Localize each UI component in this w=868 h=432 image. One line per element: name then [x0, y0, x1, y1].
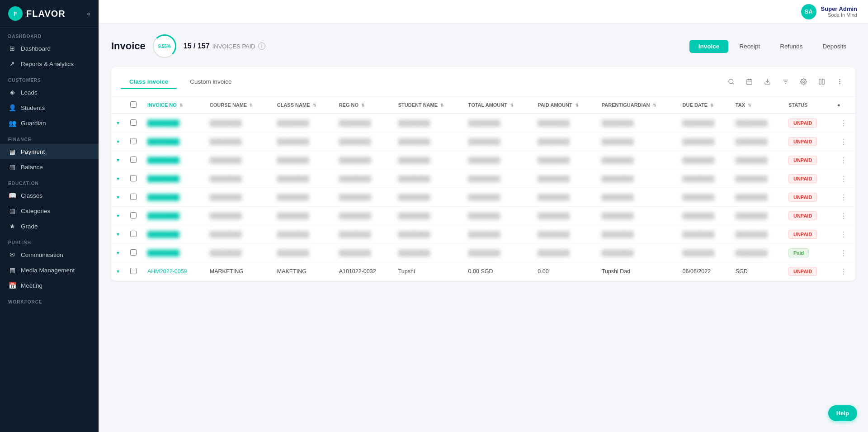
- row-checkbox[interactable]: [130, 249, 137, 256]
- th-student-name[interactable]: STUDENT NAME ⇅: [393, 97, 463, 114]
- row-expand[interactable]: ▾: [111, 262, 125, 281]
- expand-icon[interactable]: ▾: [117, 194, 119, 200]
- cell-reg-no: ████████: [334, 151, 393, 170]
- row-expand[interactable]: ▾: [111, 188, 125, 207]
- row-checkbox[interactable]: [130, 119, 137, 126]
- cell-actions: ⋮: [832, 225, 855, 244]
- sidebar-item-communication[interactable]: ✉ Communication: [0, 247, 99, 262]
- row-check[interactable]: [125, 133, 142, 151]
- row-checkbox[interactable]: [130, 138, 137, 144]
- tab-receipt[interactable]: Receipt: [730, 40, 769, 53]
- sidebar-item-guardian[interactable]: 👥 Guardian: [0, 115, 99, 131]
- row-check[interactable]: [125, 151, 142, 170]
- expand-icon[interactable]: ▾: [117, 268, 119, 275]
- svg-rect-12: [822, 79, 824, 84]
- expand-icon[interactable]: ▾: [117, 157, 119, 163]
- row-checkbox[interactable]: [130, 194, 137, 200]
- row-check[interactable]: [125, 262, 142, 281]
- tab-deposits[interactable]: Deposits: [813, 40, 855, 53]
- row-menu-button[interactable]: ⋮: [837, 230, 850, 239]
- th-tax[interactable]: TAX ⇅: [730, 97, 783, 114]
- sidebar-item-meeting[interactable]: 📅 Meeting: [0, 278, 99, 293]
- sidebar-item-label: Communication: [21, 252, 63, 258]
- tab-refunds[interactable]: Refunds: [771, 40, 811, 53]
- row-menu-button[interactable]: ⋮: [837, 156, 850, 165]
- row-expand[interactable]: ▾: [111, 170, 125, 188]
- search-icon[interactable]: [724, 75, 738, 89]
- sidebar-item-media[interactable]: ▦ Media Management: [0, 262, 99, 278]
- row-expand[interactable]: ▾: [111, 225, 125, 244]
- row-check[interactable]: [125, 170, 142, 188]
- row-expand[interactable]: ▾: [111, 114, 125, 133]
- row-menu-button[interactable]: ⋮: [837, 211, 850, 221]
- settings-icon[interactable]: [797, 75, 810, 89]
- row-checkbox[interactable]: [130, 268, 137, 274]
- sidebar-item-leads[interactable]: ◈ Leads: [0, 85, 99, 100]
- row-menu-button[interactable]: ⋮: [837, 267, 850, 276]
- more-icon[interactable]: [833, 75, 846, 89]
- row-menu-button[interactable]: ⋮: [837, 137, 850, 147]
- row-expand[interactable]: ▾: [111, 207, 125, 225]
- sidebar-item-label: Categories: [21, 208, 50, 214]
- sidebar-item-categories[interactable]: ▦ Categories: [0, 203, 99, 218]
- row-check[interactable]: [125, 207, 142, 225]
- expand-icon[interactable]: ▾: [117, 120, 119, 126]
- row-checkbox[interactable]: [130, 231, 137, 237]
- sidebar-collapse-button[interactable]: «: [87, 10, 90, 17]
- th-parent-guardian[interactable]: PARENT/GUARDIAN ⇅: [596, 97, 677, 114]
- cell-status: UNPAID: [783, 170, 832, 188]
- row-checkbox[interactable]: [130, 157, 137, 163]
- row-check[interactable]: [125, 244, 142, 262]
- sidebar-item-balance[interactable]: ▦ Balance: [0, 159, 99, 175]
- calendar-icon[interactable]: [742, 75, 756, 89]
- tab-invoice[interactable]: Invoice: [689, 40, 729, 53]
- expand-icon[interactable]: ▾: [117, 176, 119, 182]
- export-icon[interactable]: [760, 75, 774, 89]
- row-menu-button[interactable]: ⋮: [837, 174, 850, 184]
- select-all-checkbox[interactable]: [130, 101, 137, 108]
- sidebar-item-reports[interactable]: ↗ Reports & Analytics: [0, 56, 99, 71]
- sidebar-item-students[interactable]: 👤 Students: [0, 100, 99, 115]
- row-check[interactable]: [125, 114, 142, 133]
- user-name: Super Admin: [821, 5, 857, 12]
- row-check[interactable]: [125, 225, 142, 244]
- info-icon[interactable]: i: [258, 43, 265, 50]
- row-expand[interactable]: ▾: [111, 244, 125, 262]
- th-total-amount[interactable]: TOTAL AMOUNT ⇅: [463, 97, 533, 114]
- th-paid-amount[interactable]: PAID AMOUNT ⇅: [532, 97, 596, 114]
- th-class-name[interactable]: CLASS NAME ⇅: [272, 97, 334, 114]
- sidebar-item-label: Leads: [21, 89, 38, 96]
- row-menu-button[interactable]: ⋮: [837, 119, 850, 128]
- filter-icon[interactable]: [778, 75, 792, 89]
- cell-student-name: Tupshi: [393, 262, 463, 281]
- sidebar-item-classes[interactable]: 📖 Classes: [0, 188, 99, 203]
- row-menu-button[interactable]: ⋮: [837, 193, 850, 202]
- row-checkbox[interactable]: [130, 212, 137, 218]
- sidebar-item-grade[interactable]: ★ Grade: [0, 218, 99, 234]
- sidebar-item-payment[interactable]: ▦ Payment: [0, 144, 99, 159]
- help-button[interactable]: Help: [828, 405, 857, 421]
- cell-actions: ⋮: [832, 188, 855, 207]
- th-course-name[interactable]: COURSE NAME ⇅: [204, 97, 272, 114]
- svg-rect-11: [819, 79, 821, 84]
- sub-tab-custom-invoice[interactable]: Custom invoice: [181, 74, 241, 89]
- th-due-date[interactable]: DUE DATE ⇅: [677, 97, 730, 114]
- sub-tab-class-invoice[interactable]: Class invoice: [120, 74, 177, 89]
- columns-icon[interactable]: [815, 75, 828, 89]
- sidebar-item-dashboard[interactable]: ⊞ Dashboard: [0, 41, 99, 56]
- row-checkbox[interactable]: [130, 175, 137, 181]
- expand-icon[interactable]: ▾: [117, 213, 119, 219]
- expand-icon[interactable]: ▾: [117, 231, 119, 237]
- th-reg-no[interactable]: REG NO ⇅: [334, 97, 393, 114]
- cell-tax: ████████: [730, 151, 783, 170]
- row-expand[interactable]: ▾: [111, 133, 125, 151]
- expand-icon[interactable]: ▾: [117, 138, 119, 145]
- row-menu-button[interactable]: ⋮: [837, 248, 850, 258]
- row-expand[interactable]: ▾: [111, 151, 125, 170]
- row-check[interactable]: [125, 188, 142, 207]
- cell-reg-no: ████████: [334, 170, 393, 188]
- expand-icon[interactable]: ▾: [117, 250, 119, 256]
- th-invoice-no[interactable]: INVOICE NO ⇅: [142, 97, 204, 114]
- sort-arrows-due: ⇅: [710, 103, 714, 108]
- sidebar-item-label: Classes: [21, 192, 42, 199]
